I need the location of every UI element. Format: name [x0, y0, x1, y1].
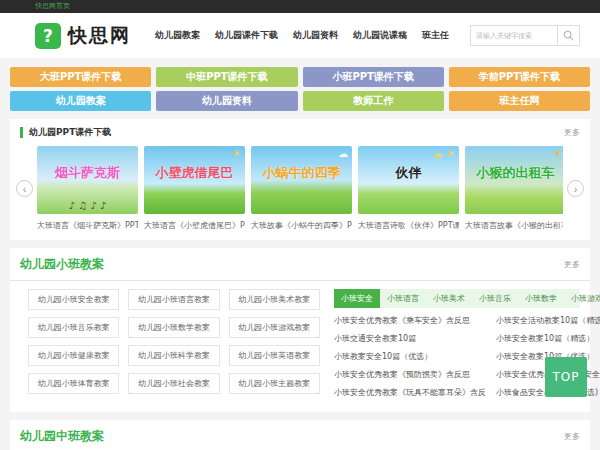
ppt-carousel: ‹ 烟斗萨克斯 ♪ ♫ ♪ ♪ 大班语言《烟斗萨克斯》PPT课件教 ☀ 小 — [16, 146, 584, 231]
ppt-caption: 大班语言故事《小猴的出租车》PPT — [465, 220, 563, 231]
xiaoban-lesson-section: 幼儿园小班教案 更多 幼儿园小班安全教案幼儿园小班语言教案幼儿园小班美术教案幼儿… — [10, 248, 590, 412]
topbar: 快思网首页 — [0, 0, 600, 13]
carousel-cards: 烟斗萨克斯 ♪ ♫ ♪ ♪ 大班语言《烟斗萨克斯》PPT课件教 ☀ 小壁虎借尾巴… — [37, 146, 563, 231]
sky-decor-icon: ☁ ☀ — [433, 148, 455, 159]
category-box[interactable]: 幼儿园小班健康教案 — [28, 345, 119, 366]
question-mark-icon: ? — [35, 23, 61, 49]
ppt-card[interactable]: 烟斗萨克斯 ♪ ♫ ♪ ♪ 大班语言《烟斗萨克斯》PPT课件教 — [37, 146, 138, 231]
quick-link-button[interactable]: 教师工作 — [303, 91, 444, 111]
zhongban-lesson-section: 幼儿园中班教案 更多 幼儿园中班安全教案幼儿园中班语言教案幼儿园中班美术教案 中… — [10, 420, 590, 450]
nav-link[interactable]: 幼儿园课件下载 — [215, 29, 278, 42]
quick-link-button[interactable]: 幼儿园教案 — [10, 91, 151, 111]
tab[interactable]: 小班美术 — [426, 289, 472, 308]
tab[interactable]: 小班安全 — [334, 289, 380, 308]
sky-decor-icon: ☀ — [232, 148, 241, 159]
ppt-caption: 大班语言《烟斗萨克斯》PPT课件教 — [37, 220, 138, 231]
site-name: 快思网 — [68, 23, 131, 49]
category-box[interactable]: 幼儿园小班音乐教案 — [28, 317, 119, 338]
category-box[interactable]: 幼儿园小班社会教案 — [128, 373, 219, 394]
article-link[interactable]: 小班安全教案10篇（精选） — [496, 330, 600, 348]
category-box[interactable]: 幼儿园小班英语教案 — [229, 345, 320, 366]
quick-link-button[interactable]: 幼儿园资料 — [156, 91, 297, 111]
category-box[interactable]: 幼儿园小班美术教案 — [229, 289, 320, 310]
quick-link-button[interactable]: 小班PPT课件下载 — [303, 67, 444, 87]
ppt-thumbnail-title: 小猴的出租车 — [465, 164, 563, 182]
category-box[interactable]: 幼儿园小班体育教案 — [28, 373, 119, 394]
ppt-thumbnail-title: 小蜗牛的四季 — [251, 164, 352, 182]
nav-link[interactable]: 班主任 — [422, 29, 449, 42]
category-box[interactable]: 幼儿园小班安全教案 — [28, 289, 119, 310]
sky-decor-icon: ☁ — [338, 148, 348, 159]
site-header: ? 快思网 幼儿园教案幼儿园课件下载幼儿园资料幼儿园说课稿班主任 — [0, 13, 600, 58]
section-header: 幼儿园中班教案 更多 — [20, 428, 580, 445]
ppt-card[interactable]: ☀ 小壁虎借尾巴 大班语言《小壁虎借尾巴》PPT课件 — [144, 146, 245, 231]
ground-decor-icon: ♪ ♫ ♪ ♪ — [37, 200, 138, 211]
nav-link[interactable]: 幼儿园教案 — [155, 29, 200, 42]
chevron-right-icon: › — [574, 183, 578, 195]
category-box[interactable]: 幼儿园小班语言教案 — [128, 289, 219, 310]
section-header: 幼儿园PPT课件下载 更多 — [16, 126, 584, 139]
ppt-download-section: 幼儿园PPT课件下载 更多 ‹ 烟斗萨克斯 ♪ ♫ ♪ ♪ 大班语言《烟斗萨克斯… — [10, 119, 590, 240]
quick-link-button[interactable]: 中班PPT课件下载 — [156, 67, 297, 87]
ppt-thumbnail: ☀ 小猴的出租车 — [465, 146, 563, 214]
lesson-body: 幼儿园小班安全教案幼儿园小班语言教案幼儿园小班美术教案幼儿园小班音乐教案幼儿园小… — [20, 289, 580, 402]
category-box[interactable]: 幼儿园小班科学教案 — [128, 345, 219, 366]
tab[interactable]: 小班语言 — [380, 289, 426, 308]
category-box[interactable]: 幼儿园小班数学教案 — [128, 317, 219, 338]
article-list-left: 小班安全优秀教案《乘车安全》含反思小班交通安全教案10篇小班教案安全10篇（优选… — [334, 312, 486, 402]
topbar-home-link[interactable]: 快思网首页 — [35, 0, 70, 13]
quick-link-button[interactable]: 学前PPT课件下载 — [449, 67, 590, 87]
category-box[interactable]: 幼儿园小班游戏教案 — [229, 317, 320, 338]
ppt-thumbnail: ☁ ☀ 伙伴 — [358, 146, 459, 214]
article-list: 小班安全优秀教案《乘车安全》含反思小班交通安全教案10篇小班教案安全10篇（优选… — [334, 312, 580, 402]
ppt-thumbnail: 烟斗萨克斯 ♪ ♫ ♪ ♪ — [37, 146, 138, 214]
more-link[interactable]: 更多 — [564, 259, 580, 270]
article-link[interactable]: 小班安全优秀教案《预防拐卖》含反思 — [334, 366, 486, 384]
article-link[interactable]: 小班交通安全教案10篇 — [334, 330, 486, 348]
site-logo[interactable]: ? 快思网 — [35, 23, 131, 49]
carousel-prev-button[interactable]: ‹ — [16, 180, 33, 197]
ppt-caption: 大班语言诗歌《伙伴》PPT课件教案 — [358, 220, 459, 231]
search-box — [470, 25, 580, 46]
search-icon — [563, 30, 574, 41]
carousel-next-button[interactable]: › — [567, 180, 584, 197]
ppt-thumbnail: ☁ 小蜗牛的四季 — [251, 146, 352, 214]
main-nav: 幼儿园教案幼儿园课件下载幼儿园资料幼儿园说课稿班主任 — [155, 29, 449, 42]
ppt-thumbnail-title: 伙伴 — [358, 164, 459, 182]
quick-links: 大班PPT课件下载中班PPT课件下载小班PPT课件下载学前PPT课件下载幼儿园教… — [10, 67, 590, 111]
ppt-card[interactable]: ☁ 小蜗牛的四季 大班故事《小蜗牛的四季》PPT课件 — [251, 146, 352, 231]
ppt-card[interactable]: ☀ 小猴的出租车 大班语言故事《小猴的出租车》PPT — [465, 146, 563, 231]
ppt-thumbnail-title: 烟斗萨克斯 — [37, 164, 138, 182]
ppt-thumbnail: ☀ 小壁虎借尾巴 — [144, 146, 245, 214]
nav-link[interactable]: 幼儿园说课稿 — [353, 29, 407, 42]
more-link[interactable]: 更多 — [564, 431, 580, 442]
ppt-card[interactable]: ☁ ☀ 伙伴 大班语言诗歌《伙伴》PPT课件教案 — [358, 146, 459, 231]
back-to-top-button[interactable]: TOP — [545, 357, 587, 397]
article-link[interactable]: 小班安全优秀教案《玩具不能塞耳朵》含反 — [334, 384, 486, 402]
ppt-caption: 大班语言《小壁虎借尾巴》PPT课件 — [144, 220, 245, 231]
more-link[interactable]: 更多 — [564, 127, 580, 138]
tab[interactable]: 小班数学 — [518, 289, 564, 308]
nav-link[interactable]: 幼儿园资料 — [293, 29, 338, 42]
quick-link-button[interactable]: 班主任网 — [449, 91, 590, 111]
article-link[interactable]: 小班安全活动教案10篇（精选） — [496, 312, 600, 330]
section-accent-bar — [20, 127, 23, 138]
category-box[interactable]: 幼儿园小班主题教案 — [229, 373, 320, 394]
article-panel: 小班安全小班语言小班美术小班音乐小班数学小班游戏小班其他 小班安全优秀教案《乘车… — [334, 289, 580, 402]
quick-link-button[interactable]: 大班PPT课件下载 — [10, 67, 151, 87]
search-button[interactable] — [557, 26, 579, 45]
section-title: 幼儿园中班教案 — [20, 428, 104, 445]
search-input[interactable] — [471, 26, 557, 45]
tab[interactable]: 小班音乐 — [472, 289, 518, 308]
section-title: 幼儿园PPT课件下载 — [29, 126, 111, 139]
category-box-grid: 幼儿园小班安全教案幼儿园小班语言教案幼儿园小班美术教案幼儿园小班音乐教案幼儿园小… — [20, 289, 320, 402]
ppt-thumbnail-title: 小壁虎借尾巴 — [144, 164, 245, 182]
article-link[interactable]: 小班教案安全10篇（优选） — [334, 348, 486, 366]
divider — [10, 280, 590, 281]
section-title: 幼儿园小班教案 — [20, 256, 104, 273]
sky-decor-icon: ☀ — [553, 148, 562, 159]
chevron-left-icon: ‹ — [23, 183, 27, 195]
article-link[interactable]: 小班安全优秀教案《乘车安全》含反思 — [334, 312, 486, 330]
section-header: 幼儿园小班教案 更多 — [20, 256, 580, 273]
tab[interactable]: 小班游戏 — [564, 289, 600, 308]
